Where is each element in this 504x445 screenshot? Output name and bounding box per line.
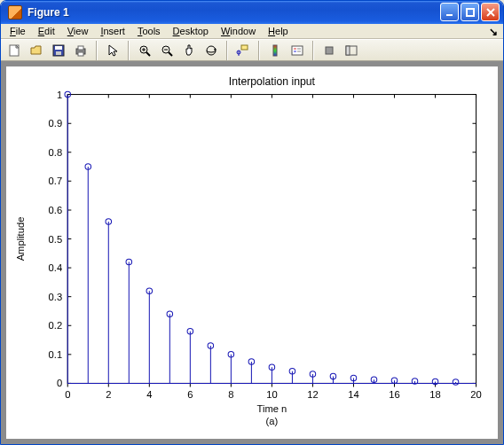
- x-tick-label: 6: [187, 389, 193, 400]
- y-tick-label: 0.1: [49, 349, 63, 360]
- y-tick-label: 0.7: [49, 176, 63, 187]
- titlebar[interactable]: Figure 1: [1, 1, 503, 24]
- menu-view[interactable]: View: [62, 24, 94, 38]
- zoom-in-button[interactable]: [135, 41, 154, 60]
- y-axis-label: Amplitude: [15, 217, 26, 262]
- y-tick-label: 0.6: [49, 205, 63, 215]
- stem-plot: Interpolation input0246810121416182000.1…: [6, 66, 498, 439]
- x-tick-label: 2: [106, 389, 111, 400]
- show-plot-tools-button[interactable]: [342, 41, 361, 60]
- toolbar: [1, 39, 503, 61]
- svg-rect-19: [241, 45, 248, 50]
- svg-rect-6: [55, 46, 62, 50]
- toolbar-separator: [312, 41, 314, 60]
- x-tick-label: 12: [307, 389, 318, 400]
- y-tick-label: 1: [57, 90, 62, 100]
- print-button[interactable]: [71, 41, 91, 60]
- x-tick-label: 8: [228, 389, 233, 400]
- toolbar-separator: [128, 41, 130, 60]
- svg-rect-9: [78, 46, 83, 50]
- menu-help[interactable]: Help: [263, 24, 294, 38]
- menu-tools[interactable]: Tools: [132, 24, 166, 38]
- pointer-button[interactable]: [103, 41, 122, 60]
- toolbar-separator: [96, 41, 98, 60]
- menubar: File Edit View Insert Tools Desktop Wind…: [1, 24, 503, 40]
- y-tick-label: 0.9: [49, 119, 63, 129]
- insert-colorbar-button[interactable]: [265, 41, 285, 60]
- y-tick-label: 0.8: [49, 147, 63, 158]
- stem-marker: [453, 379, 459, 386]
- y-tick-label: 0.4: [49, 263, 63, 274]
- x-tick-label: 18: [429, 389, 440, 400]
- save-button[interactable]: [49, 41, 68, 60]
- pan-button[interactable]: [179, 41, 199, 60]
- svg-rect-23: [292, 46, 303, 55]
- svg-point-18: [207, 46, 216, 55]
- svg-line-16: [169, 52, 172, 56]
- menu-desktop[interactable]: Desktop: [168, 24, 214, 38]
- rotate3d-button[interactable]: [201, 41, 221, 60]
- svg-rect-30: [346, 46, 350, 55]
- toolbar-separator: [226, 41, 228, 60]
- svg-rect-1: [467, 9, 474, 16]
- hide-plot-tools-button[interactable]: [319, 41, 339, 60]
- zoom-out-button[interactable]: [157, 41, 177, 60]
- menu-window[interactable]: Window: [216, 24, 261, 38]
- x-tick-label: 16: [389, 389, 399, 400]
- chart-title: Interpolation input: [229, 76, 316, 89]
- close-button[interactable]: [481, 3, 500, 21]
- figure-area: Interpolation input0246810121416182000.1…: [1, 61, 503, 444]
- open-button[interactable]: [27, 41, 46, 60]
- y-tick-label: 0.3: [49, 292, 63, 302]
- svg-line-12: [146, 52, 150, 56]
- maximize-button[interactable]: [461, 3, 479, 21]
- sub-x-label: (a): [266, 417, 279, 427]
- toolbar-separator: [258, 41, 260, 60]
- svg-rect-22: [273, 45, 277, 56]
- y-tick-label: 0.5: [49, 234, 63, 245]
- figure-window: Figure 1 File Edit View Insert Tools Des…: [0, 0, 504, 445]
- y-tick-label: 0.2: [49, 321, 63, 332]
- y-tick-label: 0: [57, 379, 62, 389]
- x-tick-label: 10: [266, 389, 277, 400]
- menu-edit[interactable]: Edit: [33, 24, 60, 38]
- new-figure-button[interactable]: [4, 41, 24, 60]
- x-tick-label: 20: [470, 389, 481, 400]
- menu-file[interactable]: File: [4, 24, 31, 38]
- svg-rect-7: [56, 51, 61, 55]
- minimize-button[interactable]: [440, 3, 459, 21]
- x-tick-label: 4: [146, 389, 152, 400]
- x-tick-label: 0: [65, 389, 70, 400]
- data-cursor-button[interactable]: [233, 41, 253, 60]
- menu-insert[interactable]: Insert: [95, 24, 130, 38]
- window-title: Figure 1: [26, 6, 440, 19]
- axes-canvas[interactable]: Interpolation input0246810121416182000.1…: [6, 66, 498, 439]
- dock-toggle-icon[interactable]: ↘: [489, 26, 498, 38]
- matlab-icon: [8, 5, 22, 20]
- svg-rect-10: [78, 52, 83, 56]
- x-tick-label: 14: [348, 389, 358, 400]
- window-controls: [440, 3, 500, 21]
- svg-rect-28: [326, 47, 333, 54]
- x-axis-label: Time n: [257, 403, 287, 414]
- insert-legend-button[interactable]: [287, 41, 307, 60]
